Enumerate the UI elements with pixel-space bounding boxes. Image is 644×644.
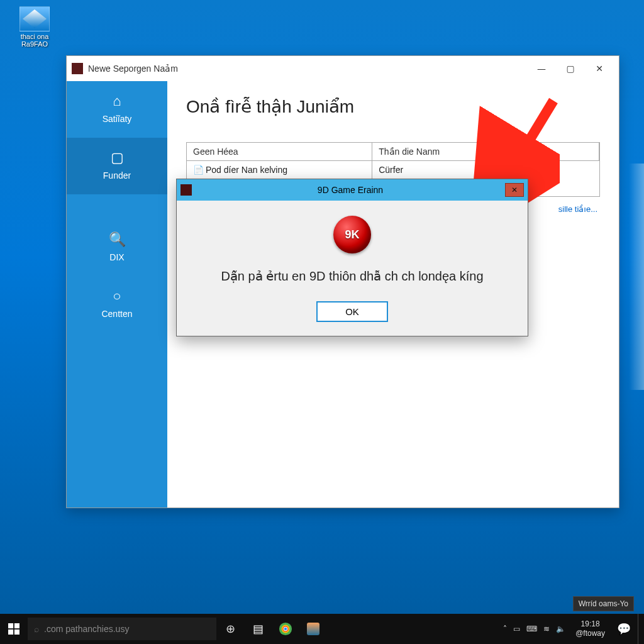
window-close-button[interactable]: ✕ [585, 56, 614, 81]
window-maximize-button[interactable]: ▢ [556, 56, 585, 81]
sidebar-item-security[interactable]: ⌂ Satiĩaty [67, 81, 167, 138]
dialog-title: 9D Game Erainn [318, 185, 383, 195]
desktop-shortcut-label: thaci ona Ra9FAO [13, 33, 57, 48]
monitor-icon: ▢ [108, 150, 126, 165]
task-view-button[interactable]: ⊕ [216, 614, 244, 644]
table-header-name: Geen Héea [187, 143, 372, 161]
system-clock[interactable]: 19:18 @ftoway [570, 619, 610, 638]
tray-network-icon[interactable]: ≋ [543, 625, 550, 633]
desktop-edge-highlight [629, 164, 644, 390]
tray-keyboard-icon[interactable]: ⌨ [526, 625, 537, 633]
dialog-app-icon [180, 184, 192, 196]
row-publisher: Cürfer [372, 161, 599, 179]
taskbar: ⌕ .com pathanchies.usy ⊕ ▤ ˄ ▭ ⌨ ≋ 🔈 19:… [0, 614, 644, 644]
dialog-ok-label: OK [345, 306, 359, 317]
sidebar-item-label: Satiĩaty [73, 114, 161, 124]
dialog-close-button[interactable]: ✕ [505, 183, 524, 197]
svg-rect-3 [14, 630, 19, 635]
clock-time: 19:18 [575, 619, 605, 629]
taskbar-app-chrome[interactable] [272, 614, 299, 644]
tray-volume-icon[interactable]: 🔈 [556, 625, 565, 633]
clock-label: @ftoway [575, 629, 605, 638]
page-heading: Onầ fìrễ thậh Juniẩm [186, 96, 600, 117]
tray-preview-tooltip: Wrríd oams-Yo [573, 596, 634, 611]
desktop-shortcut[interactable]: thaci ona Ra9FAO [13, 6, 57, 48]
more-link[interactable]: sille tiầıe... [558, 204, 597, 214]
svg-rect-1 [14, 623, 19, 628]
desktop-shortcut-icon [19, 6, 50, 31]
svg-point-8 [284, 628, 287, 631]
table-row[interactable]: 📄Pod díer Nan kelving Cürfer [187, 161, 599, 179]
dialog-message: Dậ̃n pả ẻrtu en 9D thiôn dhẫ ch ch londę… [196, 269, 509, 284]
window-minimize-button[interactable]: — [527, 56, 556, 81]
svg-rect-0 [8, 623, 13, 628]
sidebar-item-dix[interactable]: 🔍 DIX [67, 219, 167, 276]
dialog-titlebar[interactable]: 9D Game Erainn ✕ [177, 179, 528, 201]
tray-battery-icon[interactable]: ▭ [513, 625, 520, 633]
error-badge-text: 9K [345, 228, 359, 242]
search-icon: 🔍 [108, 232, 126, 247]
start-button[interactable] [0, 614, 28, 644]
home-icon: ⌂ [108, 94, 126, 109]
window-title: Newe Seporgen Naảm [88, 64, 178, 74]
tray-chevron-up-icon[interactable]: ˄ [503, 625, 507, 633]
system-tray[interactable]: ˄ ▭ ⌨ ≋ 🔈 [498, 625, 570, 633]
sidebar-item-funder[interactable]: ▢ Funder [67, 138, 167, 194]
sidebar-item-label: DIX [73, 252, 161, 262]
circle-icon: ○ [108, 289, 126, 304]
error-badge-icon: 9K [333, 216, 371, 253]
file-icon: 📄 [193, 165, 202, 175]
notifications-button[interactable]: 💬 [610, 614, 638, 644]
window-app-icon [72, 63, 83, 74]
show-desktop-button[interactable] [638, 614, 644, 644]
windows-logo-icon [8, 623, 19, 635]
search-icon: ⌕ [34, 624, 39, 634]
table-header-publisher: Thần die Nanm [372, 143, 599, 161]
sidebar-item-centten[interactable]: ○ Centten [67, 276, 167, 333]
taskbar-app-generic[interactable] [299, 614, 327, 644]
taskbar-search[interactable]: ⌕ .com pathanchies.usy [28, 618, 216, 640]
dialog-ok-button[interactable]: OK [316, 301, 388, 322]
sidebar-item-label: Funder [73, 170, 161, 180]
row-name: Pod díer Nan kelving [206, 165, 287, 175]
chrome-icon [279, 622, 292, 636]
svg-rect-2 [8, 630, 13, 635]
table-header-row: Geen Héea Thần die Nanm [187, 143, 599, 161]
window-titlebar[interactable]: Newe Seporgen Naảm — ▢ ✕ [67, 56, 619, 81]
search-placeholder: .com pathanchies.usy [44, 624, 129, 634]
sidebar-item-label: Centten [73, 309, 161, 319]
sidebar: ⌂ Satiĩaty ▢ Funder 🔍 DIX ○ Centten [67, 81, 167, 508]
error-dialog: 9D Game Erainn ✕ 9K Dậ̃n pả ẻrtu en 9D t… [176, 179, 528, 336]
taskbar-app-office[interactable]: ▤ [244, 614, 272, 644]
app-icon [307, 623, 319, 635]
